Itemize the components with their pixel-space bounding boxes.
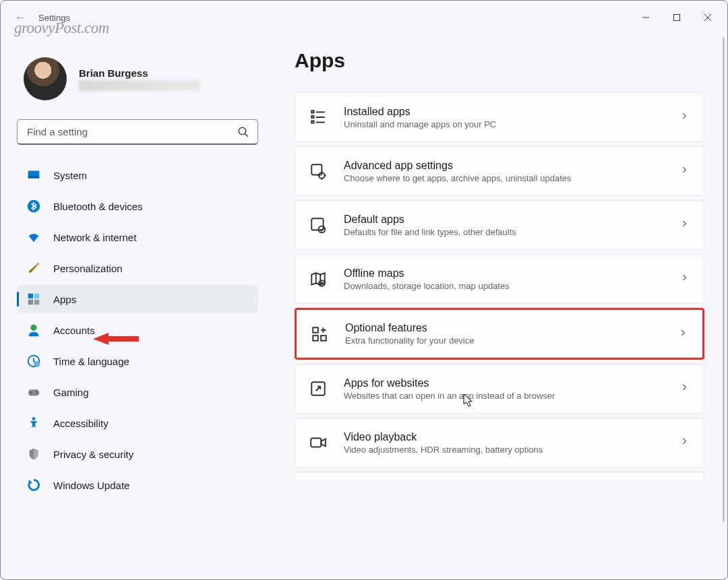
nav-label: Accounts [53,325,95,336]
card-text: Advanced app settings Choose where to ge… [344,160,679,183]
sidebar-item-update[interactable]: Windows Update [17,471,258,499]
minimize-button[interactable] [630,5,661,30]
svg-point-20 [32,417,36,420]
card-advanced-app-settings[interactable]: Advanced app settings Choose where to ge… [295,146,704,196]
svg-rect-24 [311,110,313,112]
settings-window: groovyPost.com ← Settings Brian Burgess [0,0,728,580]
sidebar-item-system[interactable]: System [17,161,258,189]
sidebar-item-privacy[interactable]: Privacy & security [17,440,258,468]
card-default-apps[interactable]: Default apps Defaults for file and link … [295,200,704,250]
close-button[interactable] [692,5,723,30]
svg-point-15 [34,361,40,367]
person-icon [26,323,41,337]
svg-point-4 [239,127,246,135]
nav-label: Bluetooth & devices [53,201,143,212]
system-icon [26,168,41,183]
card-title: Default apps [344,214,679,226]
svg-point-18 [36,391,37,392]
shield-icon [26,447,41,461]
sidebar-item-time[interactable]: Time & language [17,347,258,375]
back-button[interactable]: ← [14,11,26,25]
sidebar: Brian Burgess System Bluetooth & devices [1,34,270,579]
svg-rect-36 [321,335,326,341]
chevron-right-icon [679,273,689,285]
search-input[interactable] [27,126,237,137]
nav-label: Privacy & security [53,449,133,460]
card-title: Installed apps [344,106,679,118]
scrollbar-thumb[interactable] [723,37,725,522]
svg-point-30 [319,226,326,233]
window-controls [630,5,723,30]
card-desc: Extra functionality for your device [345,335,678,346]
profile-email-blurred [79,80,200,91]
nav-label: Personalization [53,263,123,274]
card-title: Apps for websites [344,377,679,389]
arrow-annotation [92,329,139,349]
svg-rect-35 [313,335,318,341]
card-partial[interactable] [295,472,704,480]
card-desc: Defaults for file and link types, other … [344,227,679,237]
avatar [24,57,67,100]
nav-label: Apps [53,294,76,305]
grid-plus-icon [310,325,329,344]
svg-point-8 [28,200,40,212]
nav-label: System [53,170,87,181]
nav-label: Time & language [53,356,129,367]
sidebar-item-apps[interactable]: Apps [17,285,258,313]
maximize-button[interactable] [661,5,692,30]
svg-rect-10 [34,294,39,298]
card-text: Video playback Video adjustments, HDR st… [344,431,679,455]
scrollbar[interactable] [718,37,725,577]
brush-icon [26,261,41,276]
card-installed-apps[interactable]: Installed apps Uninstall and manage apps… [295,92,704,142]
card-desc: Choose where to get apps, archive apps, … [344,173,679,183]
chevron-right-icon [679,383,689,395]
card-desc: Video adjustments, HDR streaming, batter… [344,445,679,455]
wifi-icon [26,230,41,245]
card-optional-features[interactable]: Optional features Extra functionality fo… [295,308,704,360]
profile-name: Brian Burgess [79,67,200,79]
default-apps-icon [309,216,328,234]
chevron-right-icon [679,219,689,231]
card-title: Advanced app settings [344,160,679,172]
sidebar-item-gaming[interactable]: Gaming [17,378,258,406]
nav-label: Windows Update [53,480,129,491]
svg-rect-25 [311,116,313,118]
chevron-right-icon [678,328,688,340]
nav-label: Accessibility [53,418,109,429]
list-icon [309,108,328,127]
titlebar-left: ← Settings [14,11,70,25]
card-video-playback[interactable]: Video playback Video adjustments, HDR st… [295,418,704,468]
nav-label: Gaming [53,387,89,398]
map-icon [309,269,328,288]
search-box[interactable] [17,119,258,145]
minimize-icon [642,13,650,22]
card-title: Offline maps [344,267,679,280]
svg-rect-26 [311,121,313,123]
bluetooth-icon [26,199,41,214]
card-text: Offline maps Downloads, storage location… [344,267,679,291]
titlebar: ← Settings [1,1,727,34]
card-apps-for-websites[interactable]: Apps for websites Websites that can open… [295,364,704,414]
svg-rect-29 [311,218,323,230]
profile-info: Brian Burgess [79,67,200,91]
card-text: Default apps Defaults for file and link … [344,214,679,237]
video-icon [309,433,328,452]
sidebar-item-network[interactable]: Network & internet [17,223,258,251]
svg-point-13 [30,325,36,331]
close-icon [704,13,712,22]
card-offline-maps[interactable]: Offline maps Downloads, storage location… [295,254,704,304]
svg-rect-12 [34,300,39,304]
card-text: Apps for websites Websites that can open… [344,377,679,401]
svg-point-17 [30,392,32,394]
profile-section[interactable]: Brian Burgess [24,57,258,100]
content-area: Brian Burgess System Bluetooth & devices [1,34,727,579]
sidebar-item-personalization[interactable]: Personalization [17,254,258,282]
sidebar-item-accessibility[interactable]: Accessibility [17,409,258,437]
nav-label: Network & internet [53,232,136,243]
accessibility-icon [26,416,41,430]
sidebar-item-bluetooth[interactable]: Bluetooth & devices [17,192,258,220]
card-desc: Websites that can open in an app instead… [344,391,679,401]
svg-line-5 [245,133,248,137]
open-link-icon [309,379,328,398]
